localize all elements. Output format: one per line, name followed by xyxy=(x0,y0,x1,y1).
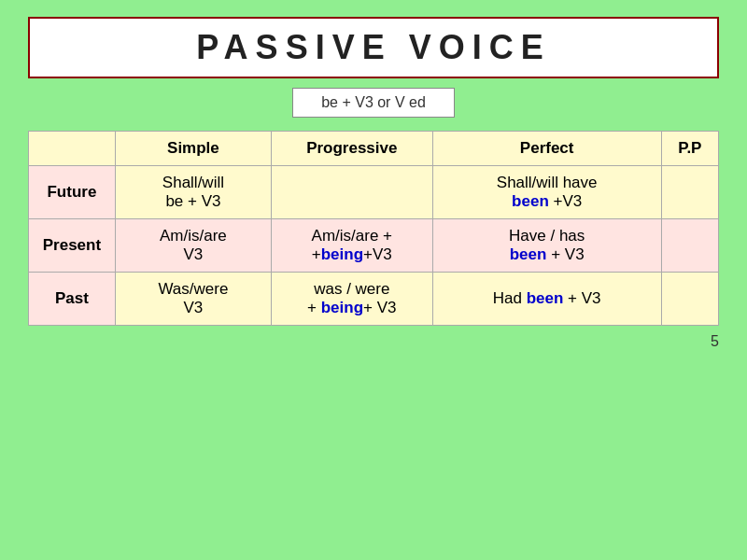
table-row-past: Past Was/wereV3 was / were + being+ V3 H… xyxy=(29,273,719,326)
cell-future-perfect: Shall/will have been +V3 xyxy=(432,166,661,219)
cell-future-pp xyxy=(661,166,718,219)
future-perfect-line1: Shall/will have xyxy=(497,174,598,191)
cell-past-perfect: Had been + V3 xyxy=(432,273,661,326)
table-header-row: Simple Progressive Perfect P.P xyxy=(29,132,719,166)
past-simple-text: Was/wereV3 xyxy=(158,280,228,316)
cell-present-perfect: Have / has been + V3 xyxy=(432,219,661,273)
present-perfect-v3: + V3 xyxy=(546,245,584,263)
present-prog-being: being xyxy=(321,245,363,263)
row-label-future: Future xyxy=(29,166,116,219)
cell-future-simple: Shall/willbe + V3 xyxy=(115,166,271,219)
present-simple-text: Am/is/areV3 xyxy=(160,227,227,263)
row-label-present: Present xyxy=(29,219,116,273)
cell-past-pp xyxy=(661,273,718,326)
title-box: PASSIVE VOICE xyxy=(28,17,719,78)
future-perfect-been: been xyxy=(512,192,549,210)
page-title: PASSIVE VOICE xyxy=(196,28,550,66)
table-row-future: Future Shall/willbe + V3 Shall/will have… xyxy=(29,166,719,219)
cell-past-simple: Was/wereV3 xyxy=(115,273,271,326)
cell-present-pp xyxy=(661,219,718,273)
present-perfect-been: been xyxy=(510,245,547,263)
present-prog-line1: Am/is/are + xyxy=(312,227,392,245)
past-perfect-v3: + V3 xyxy=(563,289,600,307)
cell-future-prog xyxy=(271,166,432,219)
future-simple-text: Shall/willbe + V3 xyxy=(162,174,224,210)
row-label-past: Past xyxy=(29,273,116,326)
header-perfect: Perfect xyxy=(432,132,661,166)
present-perfect-line1: Have / has xyxy=(509,227,585,245)
header-simple: Simple xyxy=(115,132,271,166)
formula-text: be + V3 or V ed xyxy=(321,94,426,110)
table-row-present: Present Am/is/areV3 Am/is/are + +being+V… xyxy=(29,219,719,273)
past-perfect-been: been xyxy=(527,289,564,307)
cell-past-prog: was / were + being+ V3 xyxy=(271,273,432,326)
page-number: 5 xyxy=(711,333,719,350)
cell-present-simple: Am/is/areV3 xyxy=(115,219,271,273)
passive-voice-table: Simple Progressive Perfect P.P Future Sh… xyxy=(28,131,719,326)
past-perfect-had: Had xyxy=(493,289,527,307)
past-prog-being: being xyxy=(321,299,363,316)
future-perfect-v3: +V3 xyxy=(549,192,582,210)
formula-box: be + V3 or V ed xyxy=(292,88,455,118)
header-progressive: Progressive xyxy=(271,132,432,166)
past-prog-line1: was / were xyxy=(314,280,389,298)
header-pp: P.P xyxy=(661,132,718,166)
header-empty xyxy=(29,132,116,166)
cell-present-prog: Am/is/are + +being+V3 xyxy=(271,219,432,273)
